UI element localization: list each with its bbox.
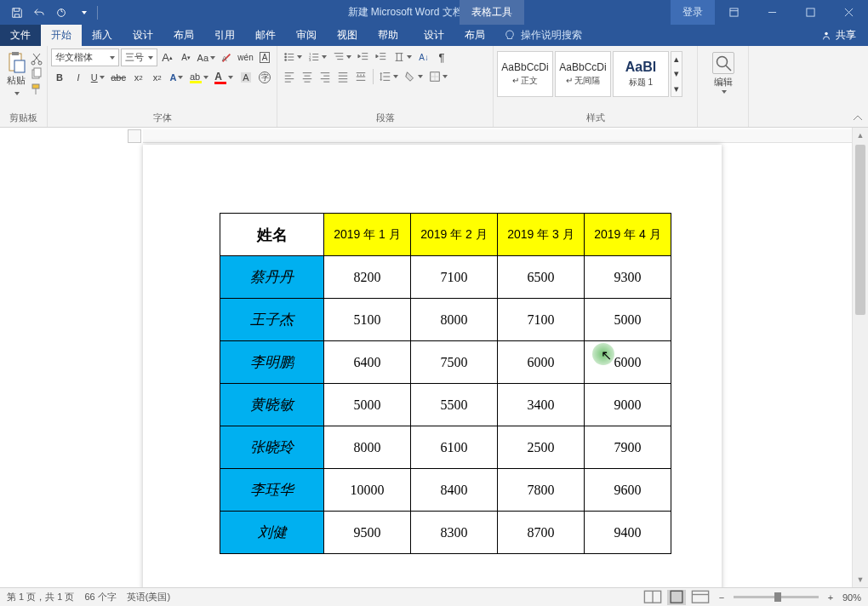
tab-design[interactable]: 设计 xyxy=(123,25,163,46)
copy-icon[interactable] xyxy=(30,67,43,81)
decrease-indent-icon[interactable] xyxy=(355,49,372,66)
collapse-ribbon-icon[interactable] xyxy=(851,111,865,125)
superscript-button[interactable]: x2 xyxy=(149,69,166,86)
bold-button[interactable]: B xyxy=(51,69,68,86)
read-mode-icon[interactable] xyxy=(643,590,662,605)
share-button[interactable]: 共享 xyxy=(808,25,868,46)
word-count[interactable]: 66 个字 xyxy=(84,591,116,603)
header-month[interactable]: 2019 年 3 月 xyxy=(498,214,585,256)
format-painter-icon[interactable] xyxy=(30,83,43,96)
table-row[interactable]: 张晓玲8000610025007900 xyxy=(220,426,671,469)
table-row[interactable]: 蔡丹丹8200710065009300 xyxy=(220,256,671,299)
ribbon-options-icon[interactable] xyxy=(715,0,753,25)
cell-name[interactable]: 王子杰 xyxy=(220,299,324,341)
cell-value[interactable]: 5000 xyxy=(324,384,411,426)
char-border-icon[interactable]: A xyxy=(256,49,273,66)
table-row[interactable]: 李珏华10000840078009600 xyxy=(220,469,671,512)
tab-table-design[interactable]: 设计 xyxy=(414,25,454,46)
underline-button[interactable]: U xyxy=(89,69,107,86)
horizontal-ruler[interactable] xyxy=(143,129,852,143)
table-row[interactable]: 黄晓敏5000550034009000 xyxy=(220,384,671,426)
scroll-up-icon[interactable]: ▲ xyxy=(853,128,868,143)
scroll-up-icon[interactable]: ▴ xyxy=(671,52,682,66)
tab-layout[interactable]: 布局 xyxy=(163,25,204,46)
document-page[interactable]: 姓名2019 年 1 月2019 年 2 月2019 年 3 月2019 年 4… xyxy=(143,145,722,587)
style-no-spacing[interactable]: AaBbCcDi↵ 无间隔 xyxy=(555,51,611,97)
align-justify-icon[interactable] xyxy=(334,68,351,85)
sort-icon[interactable]: A↓ xyxy=(415,49,432,66)
cell-value[interactable]: 8200 xyxy=(324,256,411,299)
header-month[interactable]: 2019 年 1 月 xyxy=(324,214,411,256)
shading-icon[interactable] xyxy=(402,68,425,85)
cell-value[interactable]: 10000 xyxy=(324,469,411,512)
styles-gallery[interactable]: AaBbCcDi↵ 正文 AaBbCcDi↵ 无间隔 AaBl标题 1 ▴▾▾ xyxy=(497,49,694,100)
cut-icon[interactable] xyxy=(30,52,43,66)
styles-scroll[interactable]: ▴▾▾ xyxy=(671,51,682,97)
cell-value[interactable]: 6400 xyxy=(324,341,411,384)
phonetic-guide-icon[interactable]: wén xyxy=(237,49,254,66)
cell-value[interactable]: 7100 xyxy=(498,299,585,341)
align-right-icon[interactable] xyxy=(317,68,334,85)
find-icon[interactable] xyxy=(712,52,734,74)
numbering-icon[interactable]: 123 xyxy=(306,49,329,66)
table-row[interactable]: 李明鹏6400750060006000 xyxy=(220,341,671,384)
cell-value[interactable]: 5100 xyxy=(324,299,411,341)
cell-value[interactable]: 8700 xyxy=(498,512,585,554)
table-row[interactable]: 刘健9500830087009400 xyxy=(220,512,671,554)
align-center-icon[interactable] xyxy=(299,68,316,85)
cell-name[interactable]: 张晓玲 xyxy=(220,426,324,469)
cell-value[interactable]: 5000 xyxy=(585,299,671,341)
tab-review[interactable]: 审阅 xyxy=(286,25,327,46)
highlight-icon[interactable]: ab xyxy=(187,69,210,86)
undo-icon[interactable] xyxy=(29,3,49,23)
zoom-knob[interactable] xyxy=(774,592,781,602)
cell-value[interactable]: 8300 xyxy=(411,512,498,554)
cell-value[interactable]: 7500 xyxy=(411,341,498,384)
cell-value[interactable]: 6000 xyxy=(585,341,671,384)
cell-value[interactable]: 6000 xyxy=(498,341,585,384)
cell-name[interactable]: 黄晓敏 xyxy=(220,384,324,426)
enclose-char-icon[interactable]: 字 xyxy=(256,69,273,86)
zoom-level[interactable]: 90% xyxy=(842,592,861,603)
subscript-button[interactable]: x2 xyxy=(130,69,147,86)
cell-value[interactable]: 6100 xyxy=(411,426,498,469)
save-icon[interactable] xyxy=(7,3,27,23)
cell-value[interactable]: 9300 xyxy=(585,256,671,299)
line-spacing-icon[interactable] xyxy=(377,68,401,85)
cell-value[interactable]: 7100 xyxy=(411,256,498,299)
scroll-thumb[interactable] xyxy=(855,145,865,315)
font-name-combo[interactable]: 华文楷体 xyxy=(51,49,119,66)
show-marks-icon[interactable]: ¶ xyxy=(433,49,450,66)
print-layout-icon[interactable] xyxy=(667,590,686,605)
italic-button[interactable]: I xyxy=(70,69,87,86)
align-left-icon[interactable] xyxy=(281,68,298,85)
cell-value[interactable]: 5500 xyxy=(411,384,498,426)
login-button[interactable]: 登录 xyxy=(671,0,715,25)
expand-gallery-icon[interactable]: ▾ xyxy=(671,82,682,96)
page-indicator[interactable]: 第 1 页，共 1 页 xyxy=(7,591,74,603)
cell-value[interactable]: 9500 xyxy=(324,512,411,554)
tab-mailings[interactable]: 邮件 xyxy=(245,25,286,46)
style-normal[interactable]: AaBbCcDi↵ 正文 xyxy=(497,51,553,97)
vertical-scrollbar[interactable]: ▲ ▼ xyxy=(852,128,868,587)
change-case-icon[interactable]: Aa xyxy=(197,49,216,66)
zoom-out-button[interactable]: − xyxy=(715,592,728,603)
increase-indent-icon[interactable] xyxy=(373,49,390,66)
tab-insert[interactable]: 插入 xyxy=(82,25,123,46)
tab-help[interactable]: 帮助 xyxy=(368,25,408,46)
header-month[interactable]: 2019 年 2 月 xyxy=(411,214,498,256)
table-row[interactable]: 王子杰5100800071005000 xyxy=(220,299,671,341)
cell-name[interactable]: 刘健 xyxy=(220,512,324,554)
tab-table-layout[interactable]: 布局 xyxy=(454,25,495,46)
text-effects-icon[interactable]: A xyxy=(168,69,186,86)
cell-value[interactable]: 6500 xyxy=(498,256,585,299)
cell-name[interactable]: 李珏华 xyxy=(220,469,324,512)
multilevel-list-icon[interactable] xyxy=(330,49,354,66)
tab-home[interactable]: 开始 xyxy=(41,25,82,46)
tab-references[interactable]: 引用 xyxy=(204,25,245,46)
char-shading-icon[interactable]: A xyxy=(237,69,254,86)
tab-view[interactable]: 视图 xyxy=(327,25,368,46)
editing-dropdown-icon[interactable] xyxy=(722,90,727,94)
text-direction-icon[interactable] xyxy=(391,49,414,66)
tab-file[interactable]: 文件 xyxy=(0,25,41,46)
